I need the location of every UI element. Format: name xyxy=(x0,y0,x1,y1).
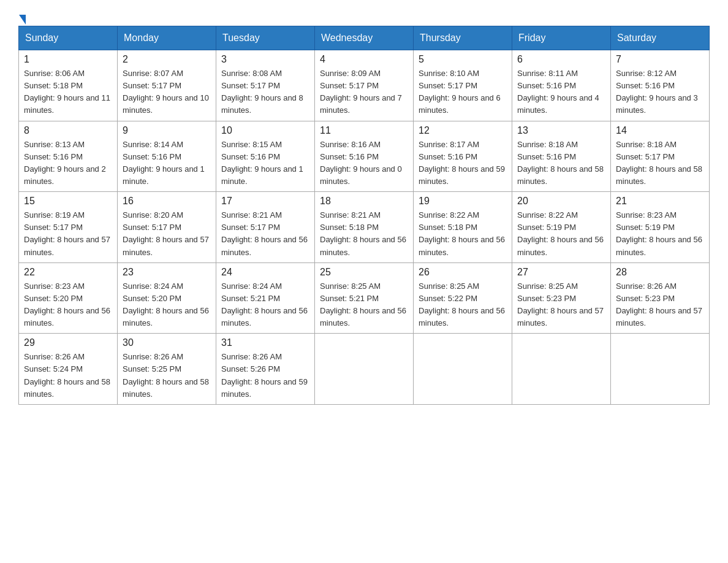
day-number: 7 xyxy=(616,54,704,65)
day-info: Sunrise: 8:16 AMSunset: 5:16 PMDaylight:… xyxy=(320,139,408,188)
calendar-cell: 3Sunrise: 8:08 AMSunset: 5:17 PMDaylight… xyxy=(216,50,315,121)
day-info: Sunrise: 8:17 AMSunset: 5:16 PMDaylight:… xyxy=(419,139,507,188)
calendar-cell: 28Sunrise: 8:26 AMSunset: 5:23 PMDayligh… xyxy=(611,262,710,334)
col-wednesday: Wednesday xyxy=(315,26,414,50)
calendar-cell: 4Sunrise: 8:09 AMSunset: 5:17 PMDaylight… xyxy=(315,50,414,121)
col-thursday: Thursday xyxy=(414,26,512,50)
day-number: 9 xyxy=(123,125,211,136)
calendar-cell: 6Sunrise: 8:11 AMSunset: 5:16 PMDaylight… xyxy=(512,50,611,121)
calendar-cell: 5Sunrise: 8:10 AMSunset: 5:17 PMDaylight… xyxy=(414,50,512,121)
col-saturday: Saturday xyxy=(611,26,710,50)
calendar-cell: 19Sunrise: 8:22 AMSunset: 5:18 PMDayligh… xyxy=(414,192,512,263)
day-number: 6 xyxy=(517,54,605,65)
day-number: 2 xyxy=(123,54,211,65)
day-number: 25 xyxy=(320,267,408,278)
day-number: 17 xyxy=(221,196,309,207)
calendar-cell: 29Sunrise: 8:26 AMSunset: 5:24 PMDayligh… xyxy=(19,334,118,405)
calendar-cell: 16Sunrise: 8:20 AMSunset: 5:17 PMDayligh… xyxy=(118,192,216,263)
day-info: Sunrise: 8:26 AMSunset: 5:23 PMDaylight:… xyxy=(616,280,704,330)
calendar-cell: 10Sunrise: 8:15 AMSunset: 5:16 PMDayligh… xyxy=(216,121,315,192)
day-number: 8 xyxy=(24,125,112,136)
day-info: Sunrise: 8:20 AMSunset: 5:17 PMDaylight:… xyxy=(123,209,211,259)
calendar-cell: 14Sunrise: 8:18 AMSunset: 5:17 PMDayligh… xyxy=(611,121,710,192)
day-info: Sunrise: 8:12 AMSunset: 5:16 PMDaylight:… xyxy=(616,67,704,117)
calendar-cell: 25Sunrise: 8:25 AMSunset: 5:21 PMDayligh… xyxy=(315,262,414,334)
day-info: Sunrise: 8:22 AMSunset: 5:19 PMDaylight:… xyxy=(517,209,605,259)
day-info: Sunrise: 8:26 AMSunset: 5:24 PMDaylight:… xyxy=(24,351,112,400)
day-info: Sunrise: 8:15 AMSunset: 5:16 PMDaylight:… xyxy=(221,139,309,188)
day-info: Sunrise: 8:26 AMSunset: 5:25 PMDaylight:… xyxy=(123,351,211,400)
day-info: Sunrise: 8:26 AMSunset: 5:26 PMDaylight:… xyxy=(221,351,309,400)
calendar-cell: 8Sunrise: 8:13 AMSunset: 5:16 PMDaylight… xyxy=(19,121,118,192)
calendar-week-row: 8Sunrise: 8:13 AMSunset: 5:16 PMDaylight… xyxy=(19,121,710,192)
day-number: 29 xyxy=(24,337,112,348)
calendar-cell: 13Sunrise: 8:18 AMSunset: 5:16 PMDayligh… xyxy=(512,121,611,192)
calendar-cell: 9Sunrise: 8:14 AMSunset: 5:16 PMDaylight… xyxy=(118,121,216,192)
day-number: 22 xyxy=(24,267,112,278)
day-info: Sunrise: 8:25 AMSunset: 5:23 PMDaylight:… xyxy=(517,280,605,330)
day-number: 27 xyxy=(517,267,605,278)
calendar-cell: 26Sunrise: 8:25 AMSunset: 5:22 PMDayligh… xyxy=(414,262,512,334)
day-info: Sunrise: 8:08 AMSunset: 5:17 PMDaylight:… xyxy=(221,67,309,117)
day-number: 3 xyxy=(221,54,309,65)
logo xyxy=(18,12,26,20)
day-info: Sunrise: 8:25 AMSunset: 5:21 PMDaylight:… xyxy=(320,280,408,330)
day-number: 21 xyxy=(616,196,704,207)
day-info: Sunrise: 8:11 AMSunset: 5:16 PMDaylight:… xyxy=(517,67,605,117)
day-info: Sunrise: 8:23 AMSunset: 5:20 PMDaylight:… xyxy=(24,280,112,330)
day-number: 26 xyxy=(419,267,507,278)
day-number: 15 xyxy=(24,196,112,207)
col-friday: Friday xyxy=(512,26,611,50)
day-info: Sunrise: 8:10 AMSunset: 5:17 PMDaylight:… xyxy=(419,67,507,117)
calendar-cell xyxy=(611,334,710,405)
calendar-cell: 17Sunrise: 8:21 AMSunset: 5:17 PMDayligh… xyxy=(216,192,315,263)
calendar-cell: 11Sunrise: 8:16 AMSunset: 5:16 PMDayligh… xyxy=(315,121,414,192)
day-info: Sunrise: 8:23 AMSunset: 5:19 PMDaylight:… xyxy=(616,209,704,259)
logo-chevron-icon xyxy=(19,15,26,25)
day-info: Sunrise: 8:21 AMSunset: 5:17 PMDaylight:… xyxy=(221,209,309,259)
calendar-cell: 22Sunrise: 8:23 AMSunset: 5:20 PMDayligh… xyxy=(19,262,118,334)
day-number: 10 xyxy=(221,125,309,136)
day-info: Sunrise: 8:06 AMSunset: 5:18 PMDaylight:… xyxy=(24,67,112,117)
calendar-cell: 21Sunrise: 8:23 AMSunset: 5:19 PMDayligh… xyxy=(611,192,710,263)
col-tuesday: Tuesday xyxy=(216,26,315,50)
calendar-cell: 20Sunrise: 8:22 AMSunset: 5:19 PMDayligh… xyxy=(512,192,611,263)
day-number: 14 xyxy=(616,125,704,136)
day-number: 12 xyxy=(419,125,507,136)
day-info: Sunrise: 8:18 AMSunset: 5:17 PMDaylight:… xyxy=(616,139,704,188)
calendar-week-row: 29Sunrise: 8:26 AMSunset: 5:24 PMDayligh… xyxy=(19,334,710,405)
day-info: Sunrise: 8:09 AMSunset: 5:17 PMDaylight:… xyxy=(320,67,408,117)
day-number: 5 xyxy=(419,54,507,65)
calendar-cell: 1Sunrise: 8:06 AMSunset: 5:18 PMDaylight… xyxy=(19,50,118,121)
col-monday: Monday xyxy=(118,26,216,50)
calendar-week-row: 15Sunrise: 8:19 AMSunset: 5:17 PMDayligh… xyxy=(19,192,710,263)
day-number: 4 xyxy=(320,54,408,65)
calendar-cell: 23Sunrise: 8:24 AMSunset: 5:20 PMDayligh… xyxy=(118,262,216,334)
calendar-cell: 30Sunrise: 8:26 AMSunset: 5:25 PMDayligh… xyxy=(118,334,216,405)
calendar-cell: 2Sunrise: 8:07 AMSunset: 5:17 PMDaylight… xyxy=(118,50,216,121)
calendar-header-row: Sunday Monday Tuesday Wednesday Thursday… xyxy=(19,26,710,50)
calendar-cell: 24Sunrise: 8:24 AMSunset: 5:21 PMDayligh… xyxy=(216,262,315,334)
page-header xyxy=(18,12,710,20)
calendar-cell xyxy=(315,334,414,405)
day-info: Sunrise: 8:25 AMSunset: 5:22 PMDaylight:… xyxy=(419,280,507,330)
day-number: 20 xyxy=(517,196,605,207)
day-number: 24 xyxy=(221,267,309,278)
day-number: 13 xyxy=(517,125,605,136)
day-number: 31 xyxy=(221,337,309,348)
col-sunday: Sunday xyxy=(19,26,118,50)
calendar-cell xyxy=(512,334,611,405)
calendar-table: Sunday Monday Tuesday Wednesday Thursday… xyxy=(18,26,710,405)
calendar-cell: 27Sunrise: 8:25 AMSunset: 5:23 PMDayligh… xyxy=(512,262,611,334)
day-number: 30 xyxy=(123,337,211,348)
day-info: Sunrise: 8:24 AMSunset: 5:20 PMDaylight:… xyxy=(123,280,211,330)
day-info: Sunrise: 8:14 AMSunset: 5:16 PMDaylight:… xyxy=(123,139,211,188)
day-info: Sunrise: 8:19 AMSunset: 5:17 PMDaylight:… xyxy=(24,209,112,259)
day-info: Sunrise: 8:13 AMSunset: 5:16 PMDaylight:… xyxy=(24,139,112,188)
day-info: Sunrise: 8:22 AMSunset: 5:18 PMDaylight:… xyxy=(419,209,507,259)
calendar-week-row: 22Sunrise: 8:23 AMSunset: 5:20 PMDayligh… xyxy=(19,262,710,334)
calendar-cell: 12Sunrise: 8:17 AMSunset: 5:16 PMDayligh… xyxy=(414,121,512,192)
calendar-cell: 15Sunrise: 8:19 AMSunset: 5:17 PMDayligh… xyxy=(19,192,118,263)
day-number: 19 xyxy=(419,196,507,207)
day-info: Sunrise: 8:07 AMSunset: 5:17 PMDaylight:… xyxy=(123,67,211,117)
